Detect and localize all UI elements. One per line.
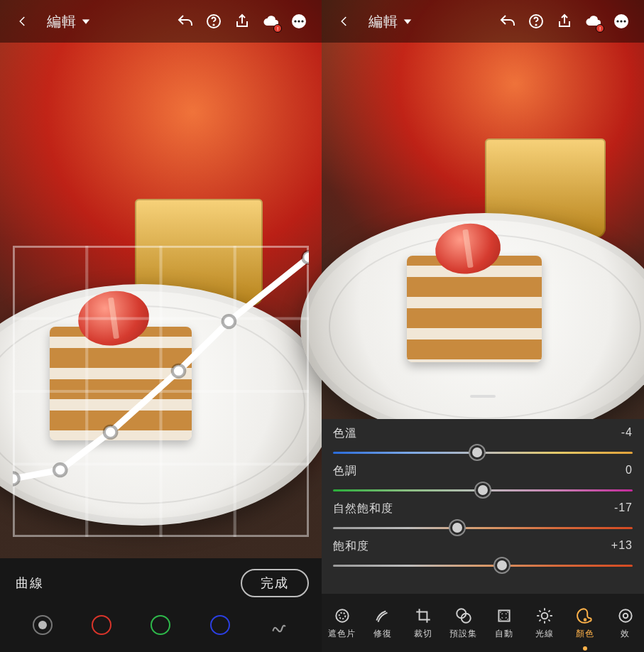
- more-button[interactable]: [285, 7, 313, 36]
- undo-button[interactable]: [493, 7, 522, 36]
- svg-point-18: [616, 20, 618, 22]
- svg-point-6: [301, 20, 303, 22]
- slider-track[interactable]: [333, 447, 633, 458]
- curve-control-point[interactable]: [104, 426, 117, 438]
- tone-curve[interactable]: [13, 246, 309, 537]
- more-button[interactable]: [607, 7, 635, 36]
- svg-point-21: [336, 609, 348, 621]
- slider-label: 色溫: [333, 426, 357, 441]
- slider-thumb[interactable]: [450, 521, 464, 535]
- mode-dropdown[interactable]: 編輯: [47, 12, 91, 31]
- cloud-sync-icon[interactable]: !: [256, 7, 285, 36]
- photo-preview: [322, 0, 644, 419]
- slider-label: 色調: [333, 464, 357, 479]
- tool-label: 顏色: [576, 628, 594, 640]
- tool-preset[interactable]: 預設集: [443, 594, 484, 652]
- slider-label: 自然飽和度: [333, 501, 393, 516]
- slider-track[interactable]: [333, 560, 633, 571]
- slider-thumb[interactable]: [476, 483, 490, 497]
- done-button[interactable]: 完成: [241, 569, 309, 597]
- slider-saturation: 飽和度+13: [333, 539, 633, 571]
- share-button[interactable]: [550, 7, 579, 36]
- tool-light[interactable]: 光線: [524, 594, 564, 652]
- slider-tint: 色調0: [333, 464, 633, 496]
- back-button[interactable]: [330, 7, 359, 36]
- curve-label: 曲線: [16, 575, 44, 592]
- curve-channel-green[interactable]: [151, 615, 170, 635]
- svg-marker-0: [82, 20, 89, 24]
- slider-thumb[interactable]: [495, 558, 509, 572]
- tool-label: 自動: [495, 628, 513, 640]
- svg-point-16: [535, 24, 536, 25]
- mode-title: 編輯: [369, 12, 398, 31]
- slider-value: -4: [621, 426, 633, 441]
- curve-parametric-icon[interactable]: [269, 615, 289, 635]
- cloud-sync-icon[interactable]: !: [579, 7, 607, 36]
- svg-point-4: [294, 20, 296, 22]
- cloud-error-badge: !: [273, 24, 282, 33]
- curve-channel-row: [0, 601, 322, 645]
- curve-control-point[interactable]: [302, 251, 309, 263]
- slider-value: 0: [626, 464, 633, 479]
- color-sliders-panel: 色溫-4色調0自然飽和度-17飽和度+13: [322, 419, 644, 594]
- slider-value: -17: [614, 501, 633, 516]
- svg-point-2: [213, 24, 214, 25]
- mode-dropdown[interactable]: 編輯: [369, 12, 413, 31]
- help-button[interactable]: [200, 7, 228, 36]
- tool-auto[interactable]: 自動: [484, 594, 524, 652]
- svg-point-5: [298, 20, 300, 22]
- slider-track[interactable]: [333, 522, 633, 533]
- svg-point-26: [541, 612, 547, 619]
- mode-title: 編輯: [47, 12, 77, 31]
- curve-control-point[interactable]: [173, 365, 185, 377]
- svg-point-22: [339, 612, 345, 619]
- slider-label: 飽和度: [333, 539, 369, 554]
- share-button[interactable]: [228, 7, 256, 36]
- slider-temperature: 色溫-4: [333, 426, 633, 458]
- panel-drag-handle[interactable]: [470, 395, 496, 398]
- curve-control-point[interactable]: [54, 464, 67, 476]
- tool-label: 裁切: [414, 628, 432, 640]
- svg-marker-14: [404, 20, 410, 24]
- curve-channel-red[interactable]: [92, 615, 111, 635]
- svg-point-29: [623, 613, 628, 618]
- svg-point-28: [619, 609, 631, 621]
- curve-channel-luma[interactable]: [33, 615, 53, 635]
- curve-channel-blue[interactable]: [210, 615, 230, 635]
- tool-color[interactable]: 顏色: [564, 594, 605, 652]
- back-button[interactable]: [9, 7, 37, 36]
- tool-heal[interactable]: 修復: [362, 594, 403, 652]
- svg-point-27: [584, 619, 586, 621]
- tool-label: 預設集: [449, 628, 477, 640]
- slider-track[interactable]: [333, 484, 633, 496]
- topbar: 編輯 !: [322, 0, 644, 43]
- slider-thumb[interactable]: [470, 445, 484, 460]
- slider-vibrance: 自然飽和度-17: [333, 501, 633, 533]
- svg-point-19: [620, 20, 622, 22]
- tool-label: 光線: [535, 628, 554, 640]
- topbar: 編輯 !: [0, 0, 322, 43]
- curve-control-point[interactable]: [223, 315, 236, 327]
- curve-control-point[interactable]: [13, 472, 19, 484]
- tool-mask[interactable]: 遮色片: [322, 594, 362, 652]
- tool-label: 遮色片: [328, 628, 356, 640]
- tool-crop[interactable]: 裁切: [403, 594, 443, 652]
- right-pane: 編輯 ! 色溫-4色調0自然飽和度-17飽和度+13 遮色片修復裁切預設集自動光…: [322, 0, 644, 652]
- slider-value: +13: [611, 539, 633, 554]
- undo-button[interactable]: [171, 7, 200, 36]
- tool-label: 效: [621, 628, 630, 640]
- tool-label: 修復: [373, 628, 392, 640]
- svg-point-20: [623, 20, 626, 22]
- left-pane: 編輯 !: [0, 0, 322, 652]
- help-button[interactable]: [522, 7, 550, 36]
- tool-effect[interactable]: 效: [605, 594, 644, 652]
- cloud-error-badge: !: [596, 24, 604, 33]
- curve-panel: 曲線 完成: [0, 558, 322, 652]
- tool-strip: 遮色片修復裁切預設集自動光線顏色效: [322, 594, 644, 652]
